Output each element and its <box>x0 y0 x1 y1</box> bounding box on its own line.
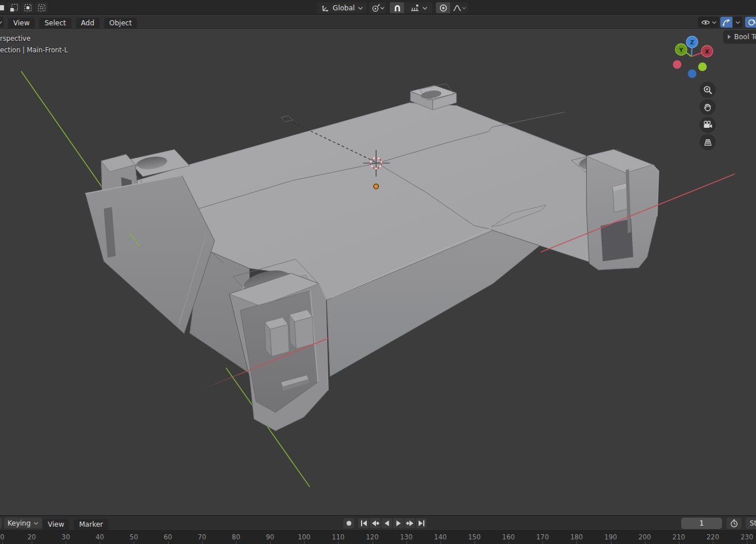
ruler-label-160: 160 <box>502 533 515 541</box>
blender-window: Global <box>0 0 756 544</box>
snap-settings-dropdown[interactable] <box>405 2 432 13</box>
use-preview-range-button[interactable] <box>727 518 742 529</box>
proportional-falloff-dropdown[interactable] <box>451 2 468 13</box>
ruler-tick <box>100 541 100 544</box>
ruler-label-190: 190 <box>605 533 617 541</box>
falloff-curve-icon <box>453 3 462 13</box>
select-mode-subtract-button[interactable] <box>21 2 34 13</box>
ruler-tick <box>236 541 237 544</box>
ruler-label-220: 220 <box>706 533 719 541</box>
menu-add[interactable]: Add <box>76 18 100 29</box>
proportional-editing-toggle[interactable] <box>436 2 450 13</box>
gizmo-icon <box>722 18 731 26</box>
ruler-tick <box>645 541 645 544</box>
ruler-label-100: 100 <box>298 533 310 541</box>
select-set-icon <box>0 3 4 12</box>
current-frame-value: 1 <box>700 519 704 527</box>
ruler-label-40: 40 <box>96 533 104 541</box>
magnet-icon <box>393 3 402 13</box>
ruler-tick <box>407 541 407 544</box>
npanel-tab-label: Bool To <box>734 33 756 41</box>
select-extend-icon <box>10 3 18 12</box>
object-visibility-dropdown[interactable] <box>698 17 719 28</box>
current-frame-field[interactable]: 1 <box>681 518 722 529</box>
snap-toggle-button[interactable] <box>390 2 404 13</box>
model-main-front-l[interactable] <box>0 29 756 515</box>
show-gizmo-toggle[interactable] <box>720 17 732 28</box>
3d-viewport[interactable]: rspective ection | Main-Front-L Bool To … <box>0 29 756 515</box>
start-frame-label: Sta <box>750 519 756 527</box>
ruler-tick <box>2 541 3 544</box>
editor-type-dropdown[interactable] <box>0 17 3 28</box>
ruler-label-230: 230 <box>740 533 753 541</box>
proportional-editing-icon <box>439 3 448 13</box>
timeline-menu-marker[interactable]: Marker <box>74 519 108 530</box>
pivot-point-dropdown[interactable] <box>369 2 386 13</box>
gizmo-neg-z-ball[interactable] <box>688 70 697 78</box>
viewport-header: ViewSelectAddObject <box>0 16 756 29</box>
jump-to-end-button[interactable] <box>416 518 427 528</box>
previous-keyframe-button[interactable] <box>370 518 381 528</box>
ruler-label-140: 140 <box>434 533 447 541</box>
ruler-label-170: 170 <box>536 533 549 541</box>
front-corner-post <box>229 273 328 431</box>
ruler-tick <box>202 541 203 544</box>
play-reverse-icon <box>383 520 391 527</box>
select-mode-intersect-button[interactable] <box>35 2 48 13</box>
play-button[interactable] <box>393 518 404 528</box>
chevron-down-icon <box>358 6 363 10</box>
timeline-ruler[interactable]: 0203040506070809010011012013014015016017… <box>0 530 756 544</box>
ruler-tick <box>713 541 713 544</box>
gizmo-z-label: Z <box>690 39 694 45</box>
timeline-menu-view[interactable]: View <box>43 519 69 530</box>
ruler-label-200: 200 <box>639 533 651 541</box>
gizmo-neg-y-ball[interactable] <box>698 63 707 71</box>
keying-dropdown[interactable]: Keying <box>4 518 42 528</box>
chevron-down-icon <box>380 6 385 10</box>
ruler-tick <box>338 541 339 544</box>
timeline-menus: ViewMarker <box>40 518 111 530</box>
jump-to-start-button[interactable] <box>358 518 369 528</box>
gizmo-neg-x-ball[interactable] <box>673 60 682 69</box>
ruler-label-0: 0 <box>0 533 4 541</box>
chevron-down-icon <box>0 20 2 25</box>
topbar: Global <box>0 0 756 15</box>
chevron-down-icon <box>462 6 466 10</box>
zoom-button[interactable] <box>700 82 716 98</box>
timeline-editor-type-button[interactable] <box>0 518 2 528</box>
select-mode-set-button[interactable] <box>0 2 6 13</box>
ruler-tick <box>508 541 509 544</box>
show-overlays-toggle[interactable] <box>745 17 756 28</box>
menu-select[interactable]: Select <box>39 18 71 29</box>
ruler-tick <box>576 541 577 544</box>
pan-button[interactable] <box>700 99 716 115</box>
navigation-gizmo[interactable]: Y X Z <box>666 30 719 83</box>
gizmo-settings-dropdown[interactable] <box>733 17 742 28</box>
ruler-tick <box>168 541 169 544</box>
menu-object[interactable]: Object <box>104 18 137 29</box>
select-subtract-icon <box>24 3 32 12</box>
eye-icon <box>701 18 711 26</box>
menu-view[interactable]: View <box>8 18 35 29</box>
auto-keying-button[interactable] <box>343 518 354 528</box>
next-keyframe-icon <box>406 520 414 527</box>
camera-view-button[interactable] <box>700 117 716 133</box>
play-icon <box>394 520 402 527</box>
ruler-label-130: 130 <box>400 533 413 541</box>
npanel-tab-bool-tool[interactable]: Bool To <box>723 30 756 44</box>
select-mode-extend-button[interactable] <box>7 2 20 13</box>
chevron-down-icon <box>33 521 39 526</box>
start-frame-field[interactable]: Sta <box>746 518 756 529</box>
toggle-perspective-button[interactable] <box>700 134 716 150</box>
pivot-point-icon <box>371 3 380 13</box>
playback-controls <box>358 518 427 529</box>
ruler-tick <box>66 541 66 544</box>
ruler-tick <box>304 541 305 544</box>
ruler-tick <box>134 541 134 544</box>
object-origin-dot[interactable] <box>374 184 378 189</box>
ruler-label-120: 120 <box>366 533 379 541</box>
transform-orientation-dropdown[interactable]: Global <box>317 2 367 13</box>
ruler-label-30: 30 <box>62 533 70 541</box>
play-reverse-button[interactable] <box>381 518 392 528</box>
next-keyframe-button[interactable] <box>404 518 415 528</box>
